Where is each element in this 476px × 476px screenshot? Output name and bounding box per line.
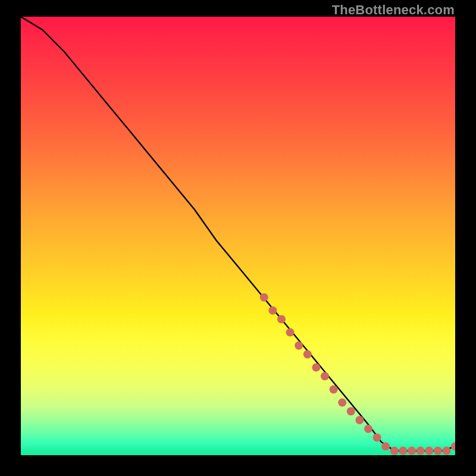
plot-svg <box>21 17 455 455</box>
marker-point <box>303 350 312 359</box>
marker-point <box>321 372 329 380</box>
marker-point <box>268 306 277 315</box>
marker-point <box>338 399 346 407</box>
marker-point <box>277 315 286 324</box>
marker-point <box>399 447 407 455</box>
marker-point <box>260 293 268 302</box>
marker-point <box>347 407 355 415</box>
marker-point <box>390 447 399 455</box>
marker-point <box>295 342 303 350</box>
highlighted-markers <box>260 293 455 455</box>
watermark-text: TheBottleneck.com <box>332 2 455 18</box>
marker-point <box>425 447 433 455</box>
marker-point <box>408 447 416 455</box>
plot-area <box>21 17 455 455</box>
marker-point <box>286 328 295 337</box>
chart-stage: TheBottleneck.com <box>0 0 476 476</box>
marker-point <box>434 447 442 455</box>
marker-point <box>416 447 425 455</box>
marker-point <box>381 442 390 450</box>
marker-point <box>451 442 455 450</box>
bottleneck-curve <box>21 17 455 451</box>
marker-point <box>373 434 381 442</box>
marker-point <box>312 364 320 372</box>
marker-point <box>442 447 450 455</box>
marker-point <box>355 416 364 424</box>
marker-point <box>330 386 338 394</box>
marker-point <box>364 425 372 433</box>
